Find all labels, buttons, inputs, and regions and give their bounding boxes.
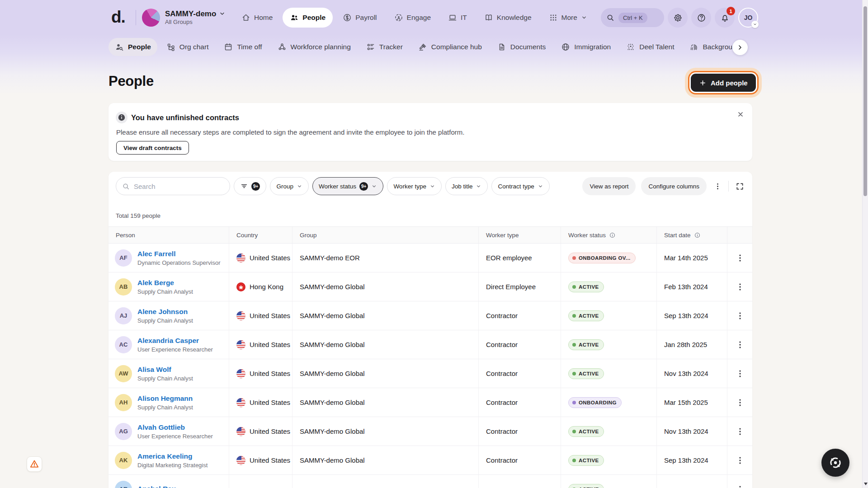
country-flag-icon (236, 311, 245, 320)
person-name-link[interactable]: Anabel Rau (137, 484, 176, 488)
status-dot (572, 459, 576, 462)
country-flag-icon (236, 398, 245, 407)
page-title: People (108, 73, 154, 89)
scrollbar-thumb[interactable] (863, 6, 867, 196)
nav-engage[interactable]: Engage (387, 8, 438, 28)
row-actions-kebab[interactable] (735, 282, 745, 292)
start-date-cell: Nov 13th 2024 (656, 417, 727, 446)
row-actions-kebab[interactable] (735, 427, 745, 436)
scrollbar-down-arrow[interactable] (864, 483, 868, 485)
notifications-button[interactable]: 1 (715, 8, 735, 28)
status-dot (572, 343, 576, 347)
talent-icon (626, 42, 635, 52)
nav-payroll[interactable]: Payroll (335, 8, 384, 28)
sidebar-item-deel-talent[interactable]: Deel Talent (620, 38, 680, 56)
table-row: AR Anabel Rau ACTIVE (108, 475, 752, 488)
user-avatar[interactable]: JO (738, 8, 758, 28)
chevron-down-icon (297, 183, 302, 189)
row-actions-kebab[interactable] (735, 398, 745, 408)
filter-contract-type[interactable]: Contract type (491, 177, 549, 195)
expand-icon (736, 182, 744, 191)
more-options-kebab[interactable] (712, 181, 723, 192)
org-switcher[interactable]: SAMMY-demo All Groups (142, 9, 226, 27)
nav-home[interactable]: Home (234, 8, 280, 28)
country-flag-icon (236, 369, 245, 378)
warning-button[interactable] (27, 456, 42, 472)
status-badge: ACTIVE (568, 282, 604, 292)
sidebar-item-org-chart[interactable]: Org chart (160, 38, 215, 56)
screen-record-button[interactable] (821, 449, 849, 477)
table-row: AG Alvah Gottlieb User Experience Resear… (108, 417, 752, 446)
configure-columns-button[interactable]: Configure columns (641, 177, 707, 195)
start-date-cell: Nov 13th 2024 (656, 359, 727, 388)
row-actions-kebab[interactable] (735, 253, 745, 263)
search-input[interactable] (134, 183, 217, 190)
help-icon (697, 13, 706, 23)
group-cell: SAMMY-demo Global (292, 417, 478, 446)
filter-icon (240, 182, 248, 190)
column-header-actions (727, 227, 752, 243)
row-actions-kebab[interactable] (735, 369, 745, 379)
notification-badge: 1 (726, 7, 735, 15)
search-icon (122, 183, 130, 190)
filter-worker-status[interactable]: Worker status 9+ (312, 177, 383, 195)
avatar: AB (115, 278, 132, 296)
filter-worker-type[interactable]: Worker type (387, 177, 442, 195)
global-search[interactable]: Ctrl + K (601, 8, 664, 27)
column-header-person: Person (108, 227, 229, 243)
engage-icon (394, 13, 403, 22)
person-name-link[interactable]: Alison Hegmann (137, 394, 193, 403)
row-actions-kebab[interactable] (735, 311, 745, 321)
row-actions-kebab[interactable] (735, 340, 745, 350)
filters-button[interactable]: 9+ (234, 177, 266, 195)
person-name-link[interactable]: Alexandria Casper (137, 336, 213, 345)
filter-job-title[interactable]: Job title (445, 177, 488, 195)
sidebar-item-workforce-planning[interactable]: Workforce planning (271, 38, 357, 56)
person-job-title: Dynamic Operations Supervisor (137, 259, 221, 267)
secondary-nav: People Org chart Time off Workforce plan… (108, 38, 741, 56)
nav-more[interactable]: More (542, 8, 594, 28)
table-body: AF Alec Farrell Dynamic Operations Super… (108, 244, 752, 488)
nav-knowledge[interactable]: Knowledge (477, 8, 539, 28)
vertical-scrollbar[interactable] (862, 0, 868, 488)
group-cell (292, 475, 478, 488)
settings-button[interactable] (668, 8, 688, 28)
person-name-link[interactable]: America Keeling (137, 452, 208, 461)
nav-people[interactable]: People (283, 8, 333, 28)
row-actions-kebab[interactable] (735, 455, 745, 465)
worker-type-cell: Contractor (478, 330, 561, 359)
add-people-button[interactable]: Add people (691, 74, 756, 92)
fullscreen-button[interactable] (734, 181, 745, 192)
person-name-link[interactable]: Alvah Gottlieb (137, 423, 213, 432)
country-name: United States (250, 370, 290, 377)
person-name-link[interactable]: Alec Farrell (137, 249, 221, 258)
person-job-title: Supply Chain Analyst (137, 375, 193, 382)
sidebar-item-time-off[interactable]: Time off (217, 38, 268, 56)
status-badge: ONBOARDING OV... (568, 253, 636, 263)
sidebar-item-people[interactable]: People (108, 38, 157, 56)
chevron-down-icon (429, 183, 435, 189)
worker-type-cell: Contractor (478, 417, 561, 446)
sidebar-item-compliance-hub[interactable]: Compliance hub (412, 38, 488, 56)
banner-close-button[interactable] (736, 110, 745, 119)
worker-type-cell: EOR employee (478, 244, 561, 272)
nav-it[interactable]: IT (441, 8, 474, 28)
person-name-link[interactable]: Alene Johnson (137, 307, 193, 316)
sidebar-item-immigration[interactable]: Immigration (555, 38, 617, 56)
sidebar-item-tracker[interactable]: Tracker (360, 38, 409, 56)
person-name-link[interactable]: Alek Berge (137, 278, 193, 287)
info-icon[interactable] (694, 232, 701, 239)
help-button[interactable] (691, 8, 711, 28)
view-as-report-button[interactable]: View as report (582, 177, 636, 195)
org-scope: All Groups (165, 19, 226, 26)
view-draft-contracts-button[interactable]: View draft contracts (116, 141, 189, 155)
banner-body: Please ensure all necessary steps are co… (116, 128, 464, 136)
row-actions-kebab[interactable] (735, 484, 745, 488)
sidebar-item-documents[interactable]: Documents (491, 38, 552, 56)
person-name-link[interactable]: Alisa Wolf (137, 365, 193, 374)
subnav-scroll-right-button[interactable] (732, 40, 748, 55)
filter-group[interactable]: Group (270, 177, 309, 195)
group-cell: SAMMY-demo Global (292, 301, 478, 330)
table-search[interactable] (116, 177, 230, 195)
info-icon[interactable] (609, 232, 616, 239)
